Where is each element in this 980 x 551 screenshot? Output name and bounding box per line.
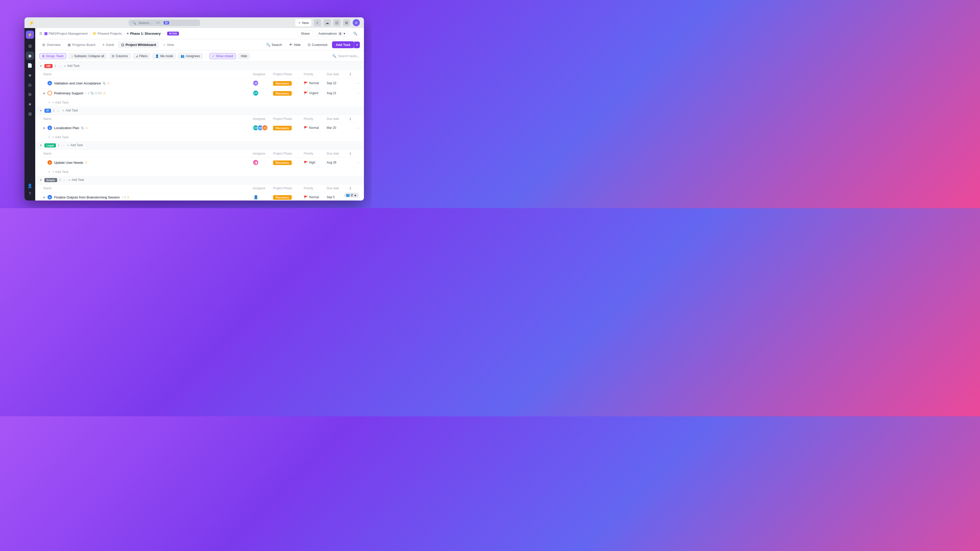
group-legal-dots[interactable]: ···	[62, 143, 65, 148]
more-dots[interactable]: ···	[356, 81, 360, 85]
hide-chip[interactable]: Hide	[238, 53, 250, 59]
info-icon-empty[interactable]: ℹ	[350, 186, 351, 190]
sidebar-star-icon[interactable]: ★	[26, 100, 34, 108]
add-task-row-it[interactable]: ＋ + Add Task	[35, 133, 364, 141]
breadcrumb-search-button[interactable]: 🔍	[351, 30, 360, 37]
group-it-header[interactable]: ▼ IT 1 ··· ＋ Add Task	[35, 106, 364, 115]
overview-icon: ⊞	[42, 43, 45, 47]
tab-progress-board[interactable]: ▦ Progress Board	[65, 41, 98, 48]
group-hr-dots[interactable]: ···	[58, 64, 61, 68]
global-search-box[interactable]: 🔍 Search... ⌘K AI	[129, 20, 200, 26]
dropdown-arrow: ▾	[344, 32, 345, 35]
group-empty-add[interactable]: ＋ Add Task	[68, 178, 84, 182]
me-mode-chip[interactable]: 👤 Me mode	[152, 53, 176, 59]
phase-badge[interactable]: Discovery	[273, 91, 292, 96]
sidebar-dashboard-icon[interactable]: ◈	[26, 71, 34, 79]
add-task-row-hr[interactable]: ＋ + Add Task	[35, 98, 364, 106]
group-empty-toggle[interactable]: ▼	[39, 178, 42, 182]
task-row[interactable]: ▶ Preliminary Support ⤷ 2 📎 ⊡ 0/1 ⚠	[35, 88, 364, 98]
group-filter-chip[interactable]: ⊞ Group: Team	[39, 53, 66, 59]
group-hr-add[interactable]: ＋ Add Task	[63, 64, 80, 68]
add-task-dropdown[interactable]: ▾	[354, 41, 360, 48]
sidebar-toggle[interactable]: ☰	[39, 32, 42, 35]
col-phase-legal: Project Phase	[273, 152, 304, 156]
group-hr-header[interactable]: ▼ HR 2 ··· ＋ Add Task	[35, 62, 364, 70]
sidebar-doc-icon[interactable]: 📄	[26, 61, 34, 69]
warning-icon: ⚠	[85, 161, 88, 164]
sidebar-active-icon[interactable]: ◉	[26, 52, 34, 60]
sidebar-brand-icon[interactable]: ⚡	[26, 30, 34, 39]
hide-view-button[interactable]: 👁 Hide	[286, 41, 303, 48]
user-avatar[interactable]: U	[353, 19, 360, 26]
checkmark-button[interactable]: ✓	[314, 19, 321, 26]
add-task-button[interactable]: Add Task	[332, 41, 354, 48]
task-expand[interactable]: ▶	[43, 92, 48, 95]
sidebar-help-icon[interactable]: ?	[26, 190, 34, 198]
group-legal-header[interactable]: ▼ Legal 1 ··· ＋ Add Task	[35, 141, 364, 150]
group-it-add[interactable]: ＋ Add Task	[62, 108, 78, 113]
search-tasks-box[interactable]: 🔍 Search tasks...	[332, 54, 360, 58]
search-view-button[interactable]: 🔍 Search	[264, 41, 285, 48]
task-row[interactable]: ▶ ● Finalize Outputs from Brainstorming …	[35, 192, 364, 200]
phase-badge[interactable]: Discovery	[273, 81, 292, 86]
tab-gantt[interactable]: ≡ Gantt	[100, 41, 117, 48]
camera-button[interactable]: ⊡	[333, 19, 340, 26]
tab-project-whiteboard[interactable]: ◻ Project Whiteboard	[118, 41, 159, 48]
group-it-toggle[interactable]: ▼	[39, 109, 42, 113]
phase-badge[interactable]: Discovery	[273, 160, 292, 165]
project-breadcrumb[interactable]: 📁 Phased Projects	[93, 32, 122, 35]
group-empty-dots[interactable]: ···	[63, 178, 66, 182]
new-button[interactable]: ＋ New	[295, 19, 311, 26]
sidebar-settings-icon[interactable]: ⚙	[26, 90, 34, 98]
app-logo[interactable]: ⚡	[29, 20, 34, 25]
info-icon-legal[interactable]: ℹ	[350, 151, 351, 156]
group-legal-add[interactable]: ＋ Add Task	[67, 143, 83, 148]
phase-badge[interactable]: Discovery	[273, 126, 292, 130]
customize-button[interactable]: ⊡ Customize	[305, 41, 330, 48]
sidebar-nav-icon[interactable]: ⊞	[26, 42, 34, 50]
more-dots[interactable]: ···	[356, 126, 360, 130]
grid-button[interactable]: ⊞	[343, 19, 350, 26]
more-dots[interactable]: ···	[356, 91, 360, 95]
task-row[interactable]: ● Validation and User Acceptance 📎 ⚠ JD	[35, 78, 364, 88]
assignees-chip[interactable]: 👥 Assignees	[178, 53, 203, 59]
assignees-icon: 👥	[181, 54, 185, 58]
automations-button[interactable]: Automations 2 ▾	[315, 30, 348, 37]
more-cell: ···	[350, 126, 360, 130]
cloud-button[interactable]: ☁	[324, 19, 331, 26]
breadcrumb-more[interactable]: ···	[162, 32, 165, 35]
avatar: JA	[262, 125, 268, 131]
ai-label[interactable]: AI	[164, 21, 169, 24]
workspace-breadcrumb[interactable]: PMO/Project Management	[45, 32, 88, 35]
filter-icon: ⊿	[135, 54, 138, 58]
info-icon-hr[interactable]: ℹ	[350, 72, 351, 76]
sidebar-grid-icon[interactable]: ⊞	[26, 110, 34, 118]
info-icon-it[interactable]: ℹ	[350, 117, 351, 121]
task-row[interactable]: ▶ ● Localization Plan 📎 ⚠ CO	[35, 123, 364, 133]
group-it-dots[interactable]: ···	[57, 109, 60, 113]
add-view-button[interactable]: ＋ View	[160, 41, 177, 49]
subtasks-filter-chip[interactable]: ↓ Subtasks: Collapse all	[68, 53, 107, 59]
phase-badge[interactable]: Discovery	[273, 195, 292, 200]
group-hr-toggle[interactable]: ▼	[39, 64, 42, 68]
add-task-row-legal[interactable]: ＋ + Add Task	[35, 168, 364, 176]
col-phase-hr: Project Phase	[273, 73, 304, 76]
sidebar-user-icon[interactable]: 👤	[26, 182, 34, 190]
col-name-it: Name	[43, 117, 253, 121]
tab-overview[interactable]: ⊞ Overview	[39, 41, 64, 48]
left-sidebar: ⚡ ⊞ ◉ 📄 ◈ ◎ ⚙ ★ ⊞ 👤 ?	[24, 28, 35, 200]
group-empty-header[interactable]: ▼ Empty 2 ··· ＋ Add Task	[35, 176, 364, 184]
subtasks-icon: ↓	[71, 54, 73, 58]
task-expand[interactable]: ▶	[43, 196, 48, 199]
columns-filter-chip[interactable]: ⊟ Columns	[109, 53, 130, 59]
group-legal-toggle[interactable]: ▼	[39, 144, 42, 147]
sidebar-location-icon[interactable]: ◎	[26, 81, 34, 89]
task-row[interactable]: ● Update User Needs ⚠ ◑ Discovery	[35, 158, 364, 168]
ai-edit-badge[interactable]: AI Edit	[167, 32, 179, 35]
show-closed-chip[interactable]: ✓ Show closed	[209, 53, 236, 59]
share-button[interactable]: Share	[298, 30, 313, 37]
filters-chip[interactable]: ⊿ Filters	[133, 53, 151, 59]
more-dots[interactable]: ···	[356, 160, 360, 165]
corner-count-badge[interactable]: 👥 2 ▲	[344, 193, 359, 197]
task-expand[interactable]: ▶	[43, 126, 48, 130]
